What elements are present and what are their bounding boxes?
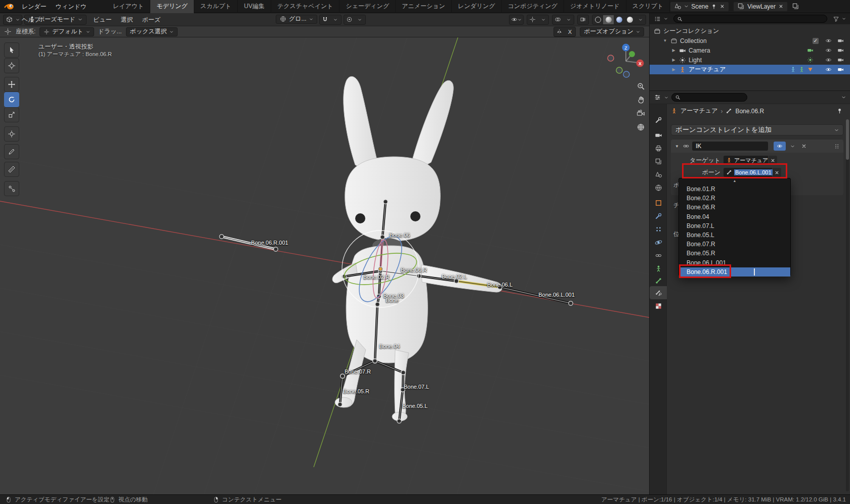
properties-tab-bone-constraints[interactable]: [650, 286, 667, 299]
bone-dropdown-item[interactable]: Bone.01.R: [679, 185, 790, 194]
delete-constraint-button[interactable]: [799, 142, 808, 151]
workspace-tab[interactable]: シェーディング: [339, 0, 396, 13]
constraint-name-field[interactable]: IK: [692, 142, 768, 151]
properties-tab-object[interactable]: [650, 196, 667, 209]
collapse-arrow-icon[interactable]: ▶: [671, 48, 676, 53]
bone-label[interactable]: Bone.05.R: [343, 388, 369, 394]
bone-label[interactable]: Bone.06: [390, 232, 410, 238]
shading-solid-button[interactable]: [603, 15, 614, 24]
bone-dropdown-item[interactable]: Bone.07.L: [679, 221, 790, 231]
unlink-viewlayer-icon[interactable]: [778, 4, 784, 9]
tool-move[interactable]: [4, 77, 19, 92]
properties-tab-world[interactable]: [650, 181, 667, 194]
breadcrumb-object[interactable]: アーマチュア: [681, 107, 717, 115]
camera-view-icon[interactable]: [636, 109, 645, 118]
bone-label[interactable]: Bone.05.L: [402, 403, 428, 409]
clear-bone-button[interactable]: [773, 168, 781, 177]
zoom-icon[interactable]: [636, 82, 645, 90]
outliner-editor-icon[interactable]: [654, 15, 661, 23]
workspace-tab[interactable]: テクスチャペイント: [271, 0, 340, 13]
tool-rotate[interactable]: [4, 92, 19, 107]
properties-search-input[interactable]: [671, 93, 747, 102]
shading-rendered-button[interactable]: [624, 15, 635, 24]
bone-label[interactable]: Bone.07.L: [404, 384, 429, 390]
menu-item[interactable]: ウィンドウ: [51, 3, 91, 10]
show-overlays-button[interactable]: [552, 15, 563, 24]
hide-viewport-icon[interactable]: [825, 47, 832, 54]
properties-tab-texture[interactable]: [650, 299, 667, 312]
bone-dropdown-item[interactable]: Bone.06.R.001: [679, 267, 790, 277]
tool-pose-breakdowner[interactable]: [4, 181, 19, 196]
outliner-row-camera[interactable]: ▶Camera: [650, 45, 850, 55]
hide-viewport-icon[interactable]: [825, 57, 832, 63]
bone-label[interactable]: Bone.07.R: [345, 369, 371, 375]
workspace-tab[interactable]: モデリング: [150, 0, 194, 13]
shading-wireframe-button[interactable]: [592, 15, 603, 24]
tool-annotate[interactable]: [4, 144, 19, 159]
bone-label[interactable]: Bone.02.L: [442, 273, 467, 280]
pan-hand-icon[interactable]: [636, 96, 645, 104]
scene-selector[interactable]: Scene: [670, 2, 729, 12]
transform-orientation-selector[interactable]: グロ...: [276, 15, 317, 24]
target-field[interactable]: アーマチュア: [724, 156, 768, 165]
filter-icon[interactable]: [833, 16, 839, 22]
scroll-up-icon[interactable]: ▲: [679, 179, 790, 182]
selectability-visibility-dropdown[interactable]: [509, 15, 523, 24]
bone-dropdown-item[interactable]: Bone.06.L.001: [679, 258, 790, 267]
outliner-row-scene-collection[interactable]: シーンコレクション: [650, 26, 850, 36]
collection-checkbox[interactable]: ✓: [813, 38, 819, 44]
menu-item[interactable]: ヘルプ: [17, 16, 45, 23]
new-viewlayer-icon[interactable]: [792, 3, 799, 10]
bone-dropdown-item[interactable]: Bone.05.L: [679, 231, 790, 240]
bone-label[interactable]: Bone.06.L.001: [538, 292, 575, 298]
bone-dropdown-item[interactable]: Bone.05.R: [679, 249, 790, 258]
active-tool-icon[interactable]: [4, 28, 12, 35]
collapse-arrow-icon[interactable]: ▶: [671, 58, 676, 62]
coordinate-system-dropdown[interactable]: デフォルト: [39, 27, 94, 36]
properties-tab-physics[interactable]: [650, 236, 667, 249]
bone-dropdown-item[interactable]: Bone.04: [679, 212, 790, 221]
properties-scrollbar[interactable]: [846, 119, 849, 491]
bone-dropdown-item[interactable]: Bone.07.R: [679, 240, 790, 249]
constraint-extras-dropdown[interactable]: [788, 142, 797, 151]
3d-scene[interactable]: [0, 37, 649, 494]
navigation-gizmo[interactable]: Z X: [604, 39, 648, 83]
menu-item[interactable]: レンダー: [17, 3, 51, 10]
expand-arrow-icon[interactable]: ▼: [662, 38, 668, 43]
workspace-tab[interactable]: UV編集: [238, 0, 271, 13]
show-gizmo-button[interactable]: [527, 15, 538, 24]
chevron-down-icon[interactable]: [841, 95, 846, 100]
snap-dropdown[interactable]: [330, 15, 341, 24]
overlays-dropdown[interactable]: [563, 15, 574, 24]
outliner-row-light[interactable]: ▶Light: [650, 55, 850, 65]
pin-scene-icon[interactable]: [711, 4, 717, 10]
bone-dropdown-item[interactable]: Bone.06.R: [679, 203, 790, 212]
workspace-tab[interactable]: ジオメトリノード: [564, 0, 626, 13]
outliner-row-collection[interactable]: ▼Collection✓: [650, 36, 850, 45]
drag-handle-icon[interactable]: [834, 143, 840, 150]
chevron-down-icon[interactable]: [664, 96, 668, 100]
proportional-edit-dropdown[interactable]: [355, 15, 365, 24]
tool-measure[interactable]: [4, 162, 19, 177]
add-bone-constraint-button[interactable]: ボーンコンストレイントを追加: [671, 124, 843, 135]
blender-logo-icon[interactable]: [4, 3, 14, 10]
drag-mode-dropdown[interactable]: ボックス選択: [126, 27, 178, 36]
disable-render-icon[interactable]: [837, 37, 844, 44]
ik-constraint-header[interactable]: ▼ IK: [671, 140, 843, 153]
disable-render-icon[interactable]: [837, 57, 844, 63]
workspace-tab[interactable]: アニメーション: [396, 0, 452, 13]
pin-id-icon[interactable]: [836, 108, 843, 114]
toggle-xray-button[interactable]: [578, 15, 588, 24]
properties-tab-particles[interactable]: [650, 222, 667, 236]
bone-label[interactable]: Bone.02.R: [363, 274, 390, 280]
gizmo-dropdown[interactable]: [538, 15, 548, 24]
properties-tab-bone[interactable]: [650, 274, 667, 287]
workspace-tab[interactable]: レンダリング: [452, 0, 502, 13]
collapse-arrow-icon[interactable]: ▼: [674, 144, 680, 149]
pose-options-dropdown[interactable]: ポーズオプション: [580, 27, 644, 36]
properties-tab-object-data[interactable]: [650, 262, 667, 275]
constraint-enable-button[interactable]: [774, 142, 786, 151]
mirror-x-toggle[interactable]: X: [565, 27, 575, 36]
properties-tab-render[interactable]: [650, 128, 667, 142]
outliner-row-armature[interactable]: ▶アーマチュア: [650, 65, 850, 74]
